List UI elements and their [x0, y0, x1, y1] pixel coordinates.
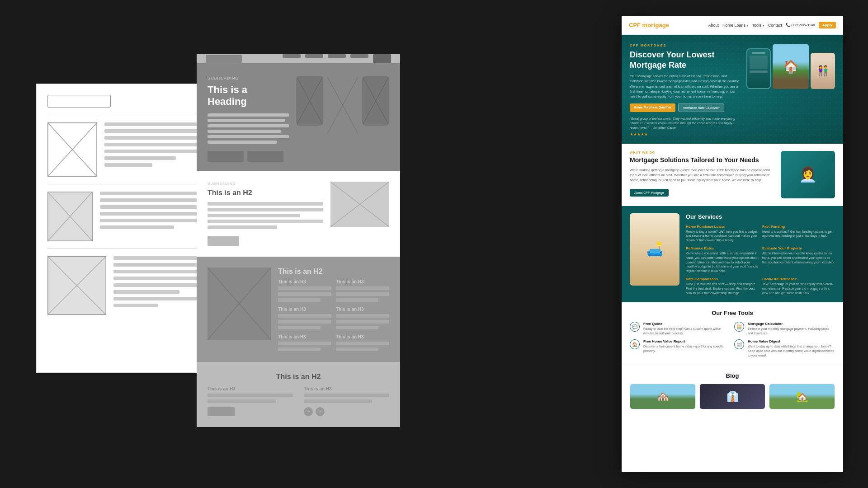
wireframe-button-2[interactable]: [247, 151, 283, 162]
nav-link-about[interactable]: About: [708, 23, 719, 28]
body-line: [278, 314, 331, 318]
body-line: [278, 326, 321, 329]
cpf-hero-title: Discover Your Lowest Mortgage Rate: [630, 50, 740, 70]
wireframe-middle: SUBHEADING This is a Heading: [197, 54, 400, 380]
text-line: [113, 304, 158, 307]
arrow-icon[interactable]: →: [316, 407, 325, 416]
cpf-refinance-btn[interactable]: Refinance Rate Calculator: [678, 103, 724, 112]
cpf-tool-icon-3[interactable]: 🏠: [630, 339, 640, 349]
cpf-tool-name-4: Home Value Digest: [748, 339, 835, 343]
wireframe-col2-h3: This is an H3: [336, 279, 389, 284]
wireframe-hero-text: SUBHEADING This is a Heading: [208, 76, 289, 162]
cpf-tool-name-2: Mortgage Calculator: [748, 322, 835, 326]
cpf-service-name-4: Evaluate Your Property: [762, 246, 835, 250]
nav-link: [328, 54, 346, 58]
wireframe-s2-text: SUBHEADING This is an H2: [208, 182, 323, 246]
cpf-website: CPF mortgage About Home Loans ▾ Tools ▾ …: [622, 16, 843, 472]
wireframe-image-1: [47, 122, 97, 177]
wireframe-section4: This is an H2 This is an H3 This is an H…: [197, 362, 400, 427]
cpf-tool-icon-4[interactable]: 📰: [734, 339, 744, 349]
cta-btn-line[interactable]: [208, 407, 235, 416]
nav-link-home-loans[interactable]: Home Loans ▾: [722, 23, 749, 28]
couple-photo: [811, 53, 835, 89]
home-interior-photo: 🛋️: [630, 213, 679, 286]
cpf-hero-body: CPF Mortgage serves the entire state of …: [630, 74, 740, 99]
body-line: [208, 214, 300, 217]
body-line: [208, 208, 323, 211]
cpf-phone-mockup: [746, 48, 771, 89]
cpf-tool-icon-1[interactable]: 💬: [630, 322, 640, 332]
body-line: [208, 394, 293, 397]
body-line: [278, 347, 321, 351]
wireframe-col1-h3-2: This is an H3: [278, 307, 331, 312]
cpf-s2-advisor-image: 👩‍💼: [781, 151, 835, 198]
wireframe-s2-image: [330, 182, 389, 227]
arrow-icon[interactable]: →: [304, 407, 313, 416]
wireframe-col2-h3-3: This is an H3: [336, 334, 389, 339]
cpf-tool-icon-2[interactable]: 🧮: [734, 322, 744, 332]
wireframe-col1-h3: This is an H3: [278, 279, 331, 284]
cpf-blog-image-1: 🏘️: [630, 384, 695, 409]
body-line: [336, 292, 389, 296]
cpf-section2-mortgage-solutions: WHAT WE DO Mortgage Solutions Tailored t…: [622, 144, 843, 206]
body-line: [208, 141, 277, 144]
wireframe-s4-col1: This is an H3: [208, 386, 293, 416]
wireframe-logo: [206, 55, 242, 63]
body-line: [278, 298, 321, 302]
blog-team-photo: 👔: [700, 384, 765, 409]
cpf-service-item-2: Fast Funding Need to close fast? Get fas…: [762, 225, 835, 243]
cpf-tool-desc-4: Want to stay up to date with things that…: [748, 344, 835, 357]
nav-link: [350, 54, 368, 58]
cpf-blog-card-3[interactable]: 🏡: [769, 384, 835, 409]
cpf-tool-name-1: Free Quote: [643, 322, 731, 326]
cpf-service-name-2: Fast Funding: [762, 225, 835, 229]
body-line: [336, 320, 389, 324]
cpf-house-image: [773, 44, 809, 89]
blog-suburb-photo: 🏡: [769, 384, 835, 409]
wireframe-subheading: SUBHEADING: [208, 76, 289, 80]
advisor-photo: 👩‍💼: [781, 151, 835, 198]
wireframe-s2-lines: [208, 202, 323, 229]
body-line: [208, 124, 289, 127]
text-line: [113, 290, 179, 294]
cpf-tool-text-2: Mortgage Calculator Estimate your monthl…: [748, 322, 835, 336]
cpf-tool-desc-3: Discover a free current home value repor…: [643, 344, 731, 353]
cpf-hero-images: [746, 44, 835, 89]
wireframe-img-card-3: [362, 76, 389, 126]
text-line: [100, 205, 199, 209]
cpf-section3-services: 🛋️ Our Services Home Purchase Loans Read…: [622, 206, 843, 303]
cpf-s3-home-image: 🛋️: [630, 213, 679, 286]
cpf-service-item-6: Cash-Out Refinance Take advantage of you…: [762, 277, 835, 295]
cpf-services-title: Our Services: [686, 213, 835, 220]
wireframe-nav-button[interactable]: [373, 54, 391, 63]
cpf-services-grid: Home Purchase Loans Ready to buy a home?…: [686, 225, 835, 296]
cpf-service-desc-2: Need to close fast? Get fast funding opt…: [762, 230, 835, 239]
cpf-nav: CPF mortgage About Home Loans ▾ Tools ▾ …: [622, 16, 843, 35]
blog-house-photo: 🏘️: [630, 384, 695, 409]
wireframe-s4-col2: This is an H3 → →: [304, 386, 389, 416]
nav-link: [283, 54, 301, 58]
body-line: [336, 314, 389, 318]
cpf-service-desc-3: Know where you stand. With a simple eval…: [686, 251, 759, 273]
cpf-blog-card-2[interactable]: 👔: [699, 384, 765, 409]
wireframe-hero-images: [296, 76, 389, 162]
cpf-s2-body: We're making getting a mortgage easier t…: [630, 168, 774, 183]
cpf-blog-card-1[interactable]: 🏘️: [630, 384, 696, 409]
text-line: [100, 225, 174, 229]
cpf-nav-links: About Home Loans ▾ Tools ▾ Contact 📞 (72…: [708, 22, 836, 28]
cpf-service-item-4: Evaluate Your Property All the informati…: [762, 246, 835, 273]
wireframe-button-1[interactable]: [208, 151, 244, 162]
cpf-about-btn[interactable]: About CPF Mortgage: [630, 189, 669, 197]
cpf-home-purchase-btn[interactable]: Home Purchase Qualifier: [630, 103, 675, 112]
nav-link-contact[interactable]: Contact: [768, 23, 782, 28]
wireframe-image-2: [47, 192, 93, 241]
body-line: [208, 113, 289, 117]
wireframe-img-card-2: [327, 76, 359, 135]
cpf-tool-desc-1: Ready to take the next step? Get a custo…: [643, 327, 731, 336]
wireframe-s2-btn[interactable]: [208, 236, 239, 246]
nav-link-tools[interactable]: Tools ▾: [752, 23, 765, 28]
cpf-tools-grid: 💬 Free Quote Ready to take the next step…: [630, 322, 835, 357]
wireframe-hero-buttons: [208, 151, 289, 162]
wireframe-col2-h3-2: This is an H3: [336, 307, 389, 312]
cpf-apply-button[interactable]: Apply: [819, 22, 836, 28]
